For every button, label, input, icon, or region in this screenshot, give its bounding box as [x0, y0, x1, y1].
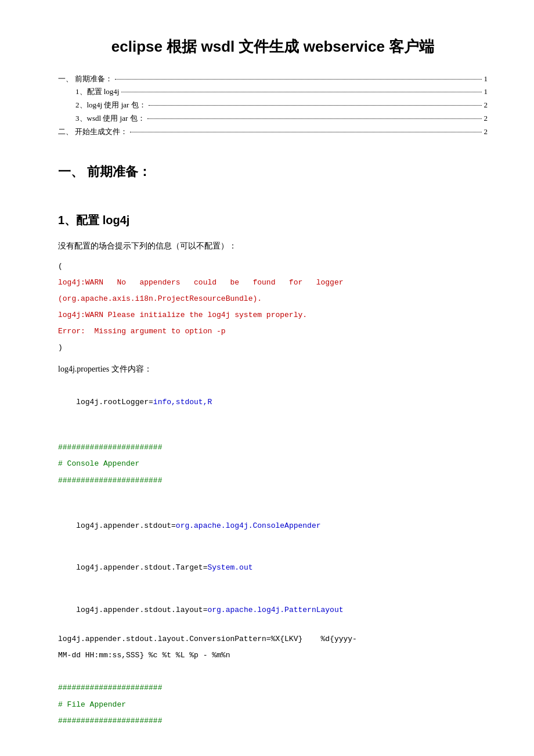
config-stdout1: log4j.appender.stdout=org.apache.log4j.C… — [58, 507, 488, 545]
table-of-contents: 一、 前期准备： 1 1、配置 log4j 1 2、log4j 使用 jar 包… — [58, 73, 488, 138]
code-line-4: Error: Missing argument to option -p — [58, 325, 488, 338]
config-stdout4-line1: log4j.appender.stdout.layout.ConversionP… — [58, 633, 488, 646]
toc-dots — [121, 85, 481, 92]
toc-dots — [147, 111, 482, 119]
toc-item: 3、wsdl 使用 jar 包： 2 — [58, 113, 488, 125]
config-stdout4-line2: MM-dd HH:mm:ss,SSS} %c %t %L %p - %m%n — [58, 649, 488, 662]
comment-block2-line2: # File Appender — [58, 699, 488, 711]
comment-block1-line3: ####################### — [58, 474, 488, 487]
paren-close: ) — [58, 341, 488, 354]
toc-dots — [130, 125, 481, 132]
toc-item: 1、配置 log4j 1 — [58, 86, 488, 98]
toc-page: 2 — [484, 126, 488, 138]
toc-item: 一、 前期准备： 1 — [58, 73, 488, 85]
config-stdout3: log4j.appender.stdout.layout=org.apache.… — [58, 591, 488, 629]
toc-dots — [149, 98, 482, 106]
para-2: log4j.properties 文件内容： — [58, 362, 488, 376]
comment-block1-line1: ####################### — [58, 441, 488, 454]
toc-label: 二、 开始生成文件： — [58, 126, 128, 138]
toc-page: 1 — [484, 73, 488, 85]
toc-label: 2、log4j 使用 jar 包： — [75, 99, 146, 111]
comment-block1-line2: # Console Appender — [58, 458, 488, 470]
section-2-heading: 1、配置 log4j — [58, 211, 488, 229]
toc-dots — [115, 72, 481, 80]
toc-label: 3、wsdl 使用 jar 包： — [75, 113, 145, 125]
comment-block2-line1: ####################### — [58, 682, 488, 694]
toc-page: 2 — [484, 113, 488, 125]
toc-label: 一、 前期准备： — [58, 73, 113, 85]
toc-page: 2 — [484, 99, 488, 111]
toc-label: 1、配置 log4j — [75, 86, 119, 98]
paren-open: ( — [58, 260, 488, 273]
page-title: eclipse 根据 wsdl 文件生成 webservice 客户端 — [58, 35, 488, 59]
comment-block2-line3: ####################### — [58, 715, 488, 728]
para-1: 没有配置的场合提示下列的信息（可以不配置）： — [58, 239, 488, 253]
section-1-heading: 一、 前期准备： — [58, 161, 488, 182]
toc-item: 二、 开始生成文件： 2 — [58, 126, 488, 138]
config-rootlogger: log4j.rootLogger=info,stdout,R — [58, 383, 488, 422]
config-rootlogger-value: info,stdout,R — [153, 398, 212, 406]
config-stdout2: log4j.appender.stdout.Target=System.out — [58, 549, 488, 587]
config-r1: log4j.appender.R=org.apache.log4j.DailyR… — [58, 747, 488, 756]
code-line-3: log4j:WARN Please initialize the log4j s… — [58, 309, 488, 322]
code-line-2: (org.apache.axis.i18n.ProjectResourceBun… — [58, 293, 488, 305]
config-rootlogger-label: log4j.rootLogger= — [76, 398, 153, 406]
toc-item: 2、log4j 使用 jar 包： 2 — [58, 99, 488, 111]
code-line-1: log4j:WARN No appenders could be found f… — [58, 276, 488, 289]
toc-page: 1 — [484, 86, 488, 98]
